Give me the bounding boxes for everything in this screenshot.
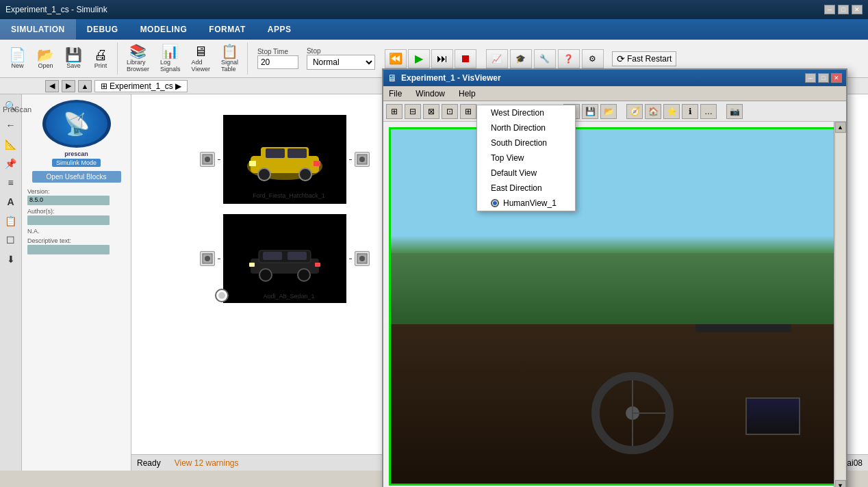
vis-camera-btn[interactable]: 📷 (726, 104, 743, 119)
sidebar-pin-button[interactable]: 📌 (2, 155, 20, 172)
desc-label: Descriptive text: (27, 237, 125, 244)
stop-time-input[interactable] (257, 55, 298, 69)
minimize-button[interactable]: ─ (824, 5, 835, 14)
help-button[interactable]: ❓ (558, 49, 580, 68)
vis-minimize-button[interactable]: ─ (805, 73, 816, 83)
vis-view-btn-4[interactable]: ⊡ (442, 104, 458, 119)
menu-debug[interactable]: DEBUG (76, 19, 129, 40)
dropdown-item-east[interactable]: East Direction (477, 181, 575, 196)
nav-controls: ◀ ▶ ▲ ⊞ Experiment_1_cs ▶ (45, 80, 188, 92)
save-button[interactable]: 💾 Save (60, 44, 87, 74)
vis-scrollbar[interactable]: ▲ ▼ (834, 122, 846, 487)
vis-title-group: 🖥 Experiment_1 - VisViewer (387, 73, 501, 83)
fast-restart-button[interactable]: ⟳ Fast Restart (612, 51, 676, 66)
svg-point-9 (299, 168, 311, 181)
vis-scroll-up[interactable]: ▲ (835, 122, 846, 133)
vis-maximize-button[interactable]: □ (818, 73, 829, 83)
print-button[interactable]: 🖨 Print (88, 44, 113, 74)
sidebar-down-button[interactable]: ⬇ (2, 250, 20, 268)
sidebar-clipboard-button[interactable]: 📋 (2, 212, 20, 230)
run-button[interactable]: ▶ (408, 49, 430, 68)
dropdown-item-south[interactable]: South Direction (477, 135, 575, 150)
viewer-icon: 🖥 (194, 44, 207, 58)
library-browser-button[interactable]: 📚 LibraryBrowser (122, 44, 154, 74)
simulation-controls: ⏪ ▶ ⏭ ⏹ (385, 49, 476, 68)
dropdown-item-humanview[interactable]: HumanView_1 (477, 196, 575, 211)
run-back-button[interactable]: ⏪ (385, 49, 407, 68)
nav-back-button[interactable]: ◀ (45, 80, 59, 92)
vis-title-controls[interactable]: ─ □ ✕ (805, 73, 842, 83)
add-viewer-button[interactable]: 🖥 AddViewer (187, 44, 215, 74)
ford-fiesta-input-wire (218, 159, 220, 160)
svg-rect-10 (249, 161, 256, 166)
library-label: LibraryBrowser (127, 59, 149, 73)
dropdown-item-top[interactable]: Top View (477, 150, 575, 166)
open-button[interactable]: 📂 Open (32, 44, 59, 74)
vis-dots-btn[interactable]: … (700, 104, 717, 119)
vis-menu-help[interactable]: Help (456, 88, 478, 100)
vis-open-btn[interactable]: 📂 (600, 104, 617, 119)
nav-up-button[interactable]: ▲ (78, 80, 92, 92)
open-useful-blocks-button[interactable]: Open Useful Blocks (32, 171, 121, 183)
vis-home-btn[interactable]: 🏠 (645, 104, 661, 119)
print-icon: 🖨 (94, 48, 107, 62)
addons-button[interactable]: 🔧 (534, 49, 556, 68)
menu-format[interactable]: FORMAT (198, 19, 256, 40)
ford-fiesta-output-port[interactable] (355, 152, 370, 167)
vis-scroll-down[interactable]: ▼ (835, 480, 846, 487)
vis-nav-btn[interactable]: 🧭 (626, 104, 643, 119)
sidebar-list-button[interactable]: ≡ (2, 174, 20, 192)
audi-a8-input-wire (218, 259, 220, 259)
vis-menu-file[interactable]: File (386, 88, 405, 100)
nav-forward-button[interactable]: ▶ (62, 80, 75, 92)
vis-view-btn-1[interactable]: ⊞ (386, 104, 403, 119)
menu-modeling[interactable]: MODELING (129, 19, 199, 40)
vis-info-btn[interactable]: ℹ (682, 104, 698, 119)
prescan-logo-inner: 📡 (46, 103, 107, 145)
dropdown-item-west[interactable]: West Direction (477, 105, 575, 120)
vis-view-btn-3[interactable]: ⊠ (423, 104, 439, 119)
sidebar-frame-button[interactable]: ☐ (2, 231, 20, 249)
vis-close-button[interactable]: ✕ (831, 73, 842, 83)
data-inspector-button[interactable]: 📈 (486, 49, 508, 68)
stop-time-label: Stop Time (257, 48, 288, 55)
close-button[interactable]: ✕ (852, 5, 863, 14)
svg-point-21 (259, 269, 272, 281)
dropdown-item-north[interactable]: North Direction (477, 120, 575, 135)
car-interior (391, 129, 836, 484)
maximize-button[interactable]: □ (838, 5, 849, 14)
step-forward-button[interactable]: ⏭ (431, 49, 453, 68)
vis-view-btn-2[interactable]: ⊟ (405, 104, 421, 119)
simulation-mode-dropdown[interactable]: Normal Accelerator Rapid Accelerator (307, 55, 375, 70)
svg-rect-11 (314, 161, 320, 166)
signal-table-button[interactable]: 📋 SignalTable (216, 44, 243, 74)
vis-star-btn[interactable]: ⭐ (663, 104, 680, 119)
learn-button[interactable]: 🎓 (510, 49, 532, 68)
stop-button[interactable]: ⏹ (455, 49, 476, 68)
audi-a8-input-port[interactable] (200, 251, 215, 266)
audi-a8-output-port[interactable] (355, 251, 370, 266)
sidebar-back-button[interactable]: ← (2, 116, 20, 134)
default-view-label: Default View (491, 168, 537, 178)
settings-button[interactable]: ⚙ (582, 49, 604, 68)
vis-save-btn[interactable]: 💾 (582, 104, 598, 119)
dropdown-item-default[interactable]: Default View (477, 166, 575, 181)
menu-simulation[interactable]: SIMULATION (0, 19, 76, 40)
title-bar-controls[interactable]: ─ □ ✕ (824, 5, 863, 14)
vis-scroll-track (836, 133, 845, 479)
sidebar-text-button[interactable]: A (2, 193, 20, 211)
south-direction-label: South Direction (491, 138, 547, 148)
vis-menu-window[interactable]: Window (413, 88, 448, 100)
menu-apps[interactable]: APPS (257, 19, 303, 40)
ford-fiesta-input-port[interactable] (200, 152, 215, 167)
sidebar-measure-button[interactable]: 📐 (2, 135, 20, 153)
main-menu-bar: SIMULATION DEBUG MODELING FORMAT APPS (0, 19, 868, 40)
log-signals-button[interactable]: 📊 LogSignals (155, 44, 186, 74)
left-sidebar: 🔍 ← 📐 📌 ≡ A 📋 ☐ ⬇ (0, 94, 22, 471)
svg-point-13 (359, 157, 365, 162)
west-direction-label: West Direction (491, 108, 544, 118)
vis-view-btn-5[interactable]: ⊞ (460, 104, 476, 119)
new-button[interactable]: 📄 New (4, 44, 31, 74)
warnings-link[interactable]: View 12 warnings (175, 458, 239, 468)
vis-viewer-window: 🖥 Experiment_1 - VisViewer ─ □ ✕ File Wi… (382, 68, 847, 487)
